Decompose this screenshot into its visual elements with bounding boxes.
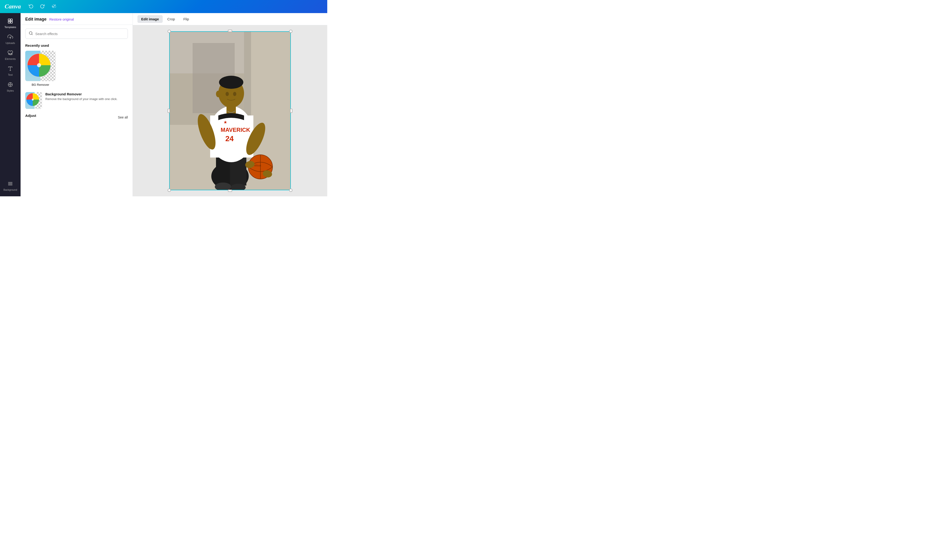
panel-header-top: Edit image Restore original (25, 17, 128, 22)
svg-point-48 (216, 91, 221, 97)
handle-top-right[interactable] (289, 30, 292, 33)
svg-point-23 (37, 63, 41, 67)
player-image: MAVERICK 24 ★ (169, 31, 291, 190)
adjust-section-header: Adjust See all (25, 114, 128, 121)
image-container[interactable]: MAVERICK 24 ★ (169, 31, 291, 190)
sidebar-item-templates-label: Templates (5, 26, 16, 29)
sidebar-item-text[interactable]: Text (2, 63, 19, 78)
sidebar-item-templates[interactable]: Templates (2, 16, 19, 31)
redo-button[interactable] (38, 2, 46, 11)
panel-content: Recently used (21, 25, 132, 196)
save-cloud-button[interactable] (50, 2, 58, 11)
sidebar-item-uploads-label: Uploads (6, 42, 15, 45)
bg-remover-thumbnail (25, 51, 55, 81)
svg-text:24: 24 (225, 134, 234, 143)
tab-crop[interactable]: Crop (164, 15, 179, 23)
svg-text:MAVERICK: MAVERICK (221, 127, 250, 133)
svg-rect-2 (8, 21, 10, 23)
search-box (25, 29, 128, 39)
sidebar-item-background-label: Background (3, 188, 17, 191)
handle-bottom-middle[interactable] (228, 189, 232, 192)
svg-point-27 (32, 98, 34, 100)
search-icon (29, 31, 33, 36)
sidebar-item-elements[interactable]: Elements (2, 48, 19, 63)
restore-original-button[interactable]: Restore original (49, 17, 74, 21)
sidebar-item-elements-label: Elements (5, 57, 16, 60)
background-remover-name: Background Remover (45, 92, 128, 96)
handle-bottom-left[interactable] (168, 189, 171, 192)
recently-used-title: Recently used (25, 43, 128, 48)
beach-ball-large-icon (26, 52, 52, 78)
sidebar-item-text-label: Text (8, 73, 12, 76)
edit-panel: Edit image Restore original Recently use… (21, 13, 133, 196)
sidebar-item-styles[interactable]: Styles (2, 80, 19, 94)
tab-flip[interactable]: Flip (180, 15, 192, 23)
elements-icon (8, 50, 13, 57)
templates-icon (8, 18, 13, 25)
panel-header: Edit image Restore original (21, 13, 132, 25)
canvas-toolbar: Edit image Crop Flip (133, 13, 327, 25)
svg-text:Wilson: Wilson (254, 164, 261, 167)
sidebar-item-uploads[interactable]: Uploads (2, 32, 19, 47)
handle-middle-left[interactable] (168, 109, 170, 113)
canvas-area: Edit image Crop Flip (133, 13, 327, 196)
svg-point-47 (233, 92, 236, 96)
svg-point-45 (219, 76, 243, 89)
background-remover-thumbnail (25, 92, 42, 109)
background-remover-desc: Remove the background of your image with… (45, 97, 128, 101)
handle-bottom-right[interactable] (289, 189, 292, 192)
sidebar-item-background[interactable]: Background (2, 178, 19, 194)
background-remover-info: Background Remover Remove the background… (45, 92, 128, 101)
handle-middle-right[interactable] (290, 109, 292, 113)
handle-top-left[interactable] (168, 30, 171, 33)
svg-text:★: ★ (223, 120, 227, 125)
panel-title: Edit image (25, 17, 46, 22)
search-effects-input[interactable] (35, 32, 125, 36)
background-icon (8, 181, 13, 188)
handle-top-middle[interactable] (228, 30, 232, 32)
svg-point-10 (9, 84, 11, 85)
svg-point-46 (226, 92, 229, 96)
sidebar-item-styles-label: Styles (7, 89, 14, 92)
adjust-title: Adjust (25, 114, 36, 118)
main-layout: Templates Uploads Elements (0, 13, 327, 196)
text-icon (8, 66, 13, 72)
undo-button[interactable] (27, 2, 35, 11)
svg-rect-0 (8, 19, 10, 21)
svg-rect-1 (11, 19, 12, 21)
canvas-viewport: MAVERICK 24 ★ (133, 25, 327, 196)
styles-icon (8, 82, 13, 88)
see-all-button[interactable]: See all (118, 115, 128, 119)
canva-logo: Canva (5, 3, 21, 10)
svg-line-20 (32, 34, 32, 35)
svg-rect-3 (11, 21, 12, 23)
background-remover-item[interactable]: Background Remover Remove the background… (25, 92, 128, 109)
topbar: Canva (0, 0, 327, 13)
bg-remover-label: BG Remover (32, 83, 49, 86)
uploads-icon (8, 34, 13, 41)
bg-remover-card[interactable]: BG Remover (25, 51, 55, 86)
recently-used-section: Recently used (25, 43, 128, 86)
tab-edit-image[interactable]: Edit image (137, 15, 163, 23)
left-sidebar: Templates Uploads Elements (0, 13, 21, 196)
beach-ball-small-icon (26, 92, 40, 106)
